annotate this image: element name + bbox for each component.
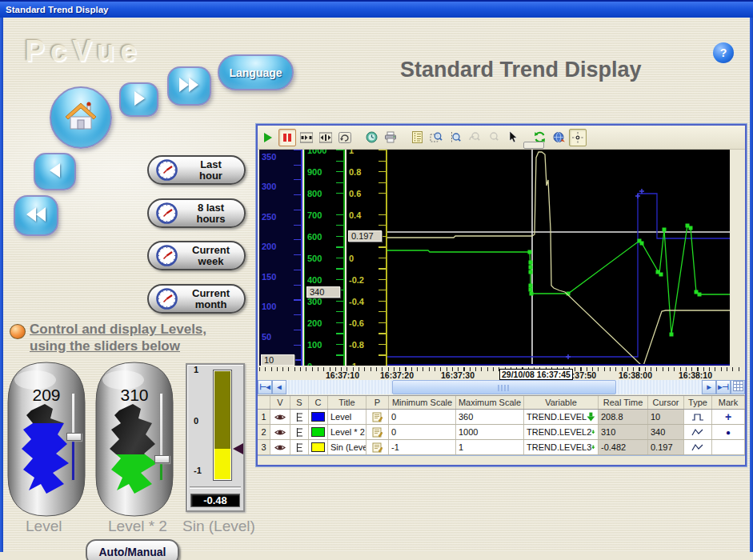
table-header-S[interactable]: S xyxy=(290,396,309,409)
mark-cell[interactable]: ● xyxy=(712,425,745,439)
pen-table-row-3[interactable]: 3Sin (Level)-11TREND.LEVEL3-0.4820.197 xyxy=(258,440,745,455)
color-cell[interactable] xyxy=(309,425,328,439)
toolbar-pause-icon[interactable] xyxy=(278,129,296,146)
toolbar-expand-icon[interactable] xyxy=(317,129,334,146)
grid-view-button[interactable] xyxy=(731,380,745,394)
time-range-button-8-last-hours[interactable]: 8 lasthours xyxy=(147,198,246,228)
table-header-V[interactable]: V xyxy=(270,396,290,409)
pen-table-row-2[interactable]: 2Level * 201000TREND.LEVEL2310340● xyxy=(258,425,745,440)
table-header-C[interactable]: C xyxy=(309,396,328,409)
download-variable-icon[interactable] xyxy=(591,442,595,452)
toolbar-crosshair-icon[interactable] xyxy=(569,129,587,146)
variable-cell[interactable]: TREND.LEVEL xyxy=(524,410,599,424)
axis-label: 0.6 xyxy=(349,189,361,198)
pen-table-row-1[interactable]: 1Level0360TREND.LEVEL208.810+ xyxy=(258,410,745,425)
gauge-marker-arrow[interactable] xyxy=(233,443,243,454)
back-button[interactable] xyxy=(34,153,76,190)
table-header-num[interactable] xyxy=(258,396,270,409)
cursor-drag-handle[interactable] xyxy=(523,142,544,149)
min-scale-cell[interactable]: -1 xyxy=(389,440,456,454)
max-scale-cell[interactable]: 1000 xyxy=(456,425,524,439)
toolbar-legend-icon[interactable] xyxy=(408,129,426,146)
toolbar-restore-icon[interactable] xyxy=(336,129,354,146)
trend-plot[interactable] xyxy=(387,150,730,366)
scrollbar-thumb[interactable] xyxy=(392,380,616,394)
level-slider[interactable] xyxy=(71,393,75,481)
table-header-Title[interactable]: Title xyxy=(328,396,366,409)
min-scale-cell[interactable]: 0 xyxy=(389,410,456,424)
toolbar-zoom-time-icon[interactable] xyxy=(447,129,464,146)
table-header-P[interactable]: P xyxy=(366,396,389,409)
axis-label: 400 xyxy=(307,275,322,285)
scroll-next-button[interactable]: ▸ xyxy=(702,380,716,394)
type-cell[interactable] xyxy=(684,410,712,424)
variable-cell[interactable]: TREND.LEVEL2 xyxy=(524,425,599,439)
scale-cell[interactable] xyxy=(290,425,309,439)
table-header-Cursor[interactable]: Cursor xyxy=(648,396,684,409)
max-scale-cell[interactable]: 1 xyxy=(456,440,524,454)
properties-cell[interactable] xyxy=(366,425,389,439)
properties-cell[interactable] xyxy=(366,440,389,454)
toolbar-print-icon[interactable] xyxy=(382,129,399,146)
orange-bullet-icon xyxy=(10,324,26,339)
auto-manual-button[interactable]: Auto/Manual xyxy=(86,539,179,560)
scale-cell[interactable] xyxy=(290,410,309,424)
toolbar-globe-icon[interactable] xyxy=(550,129,567,146)
forward-button[interactable] xyxy=(119,82,158,117)
scroll-first-button[interactable]: ⊢◂ xyxy=(258,380,272,394)
table-header-Maximum Scale[interactable]: Maximum Scale xyxy=(456,396,524,409)
window-title-bar[interactable]: Standard Trend Display xyxy=(0,0,753,18)
mark-cell[interactable] xyxy=(712,440,745,454)
home-button[interactable] xyxy=(50,86,112,149)
visibility-cell[interactable] xyxy=(270,410,290,424)
time-range-button-current-month[interactable]: Currentmonth xyxy=(147,284,246,314)
properties-cell[interactable] xyxy=(366,410,389,424)
rewind-button[interactable] xyxy=(14,195,58,236)
type-cell[interactable] xyxy=(684,425,712,439)
toolbar-zoom-next-icon[interactable] xyxy=(485,129,503,146)
toolbar-zoom-prev-icon[interactable] xyxy=(466,129,483,146)
slider-handle[interactable] xyxy=(66,433,82,441)
download-variable-icon[interactable] xyxy=(591,427,595,437)
time-range-button-last-hour[interactable]: Lasthour xyxy=(147,155,246,185)
scroll-last-button[interactable]: ▸⊣ xyxy=(716,380,731,394)
toolbar-datetime-icon[interactable] xyxy=(362,129,380,146)
visibility-cell[interactable] xyxy=(270,440,290,454)
title-cell[interactable]: Level xyxy=(328,410,366,424)
fast-forward-button[interactable] xyxy=(167,66,211,106)
title-cell[interactable]: Level * 2 xyxy=(328,425,366,439)
color-cell[interactable] xyxy=(309,410,328,424)
download-variable-icon[interactable] xyxy=(587,412,595,422)
toolbar-compress-icon[interactable] xyxy=(298,129,315,146)
toolbar-zoom-area-icon[interactable] xyxy=(427,129,445,146)
table-header-Minimum Scale[interactable]: Minimum Scale xyxy=(389,396,456,409)
min-scale-cell[interactable]: 0 xyxy=(389,425,456,439)
y-axis-level[interactable]: 3503002502001501005010 xyxy=(259,150,302,366)
scroll-prev-button[interactable]: ◂ xyxy=(272,380,286,394)
table-header-Variable[interactable]: Variable xyxy=(524,396,599,409)
color-cell[interactable] xyxy=(309,440,328,454)
level2-slider[interactable] xyxy=(159,393,163,481)
time-range-button-current-week[interactable]: Currentweek xyxy=(147,241,246,270)
help-button[interactable]: ? xyxy=(713,42,734,63)
language-button[interactable]: Language xyxy=(218,54,294,90)
scale-cell[interactable] xyxy=(290,440,309,454)
title-cell[interactable]: Sin (Level) xyxy=(328,440,366,454)
mark-cell[interactable]: + xyxy=(712,410,745,424)
gauge-tick-m1: -1 xyxy=(194,466,202,475)
visibility-cell[interactable] xyxy=(270,425,290,439)
time-axis[interactable]: 16:37:1016:37:2016:37:306:37:5016:38:001… xyxy=(258,367,745,380)
type-cell[interactable] xyxy=(684,440,712,454)
max-scale-cell[interactable]: 360 xyxy=(456,410,524,424)
toolbar-pointer-icon[interactable] xyxy=(504,129,522,146)
y-axis-level2[interactable]: 10009008007006005004003002001000340 xyxy=(304,150,345,366)
table-header-Mark[interactable]: Mark xyxy=(712,396,745,409)
table-header-Type[interactable]: Type xyxy=(684,396,712,409)
y-axis-sin[interactable]: 10.80.60.40.20-0.2-0.4-0.6-0.8-10.197 xyxy=(346,150,387,366)
cursor-datetime-box[interactable]: 29/10/08 16:37:45 xyxy=(499,369,573,380)
scrollbar-track[interactable] xyxy=(286,380,702,394)
table-header-Real Time[interactable]: Real Time xyxy=(599,396,648,409)
slider-handle[interactable] xyxy=(154,455,170,463)
toolbar-play-icon[interactable] xyxy=(259,129,277,146)
variable-cell[interactable]: TREND.LEVEL3 xyxy=(524,440,599,454)
